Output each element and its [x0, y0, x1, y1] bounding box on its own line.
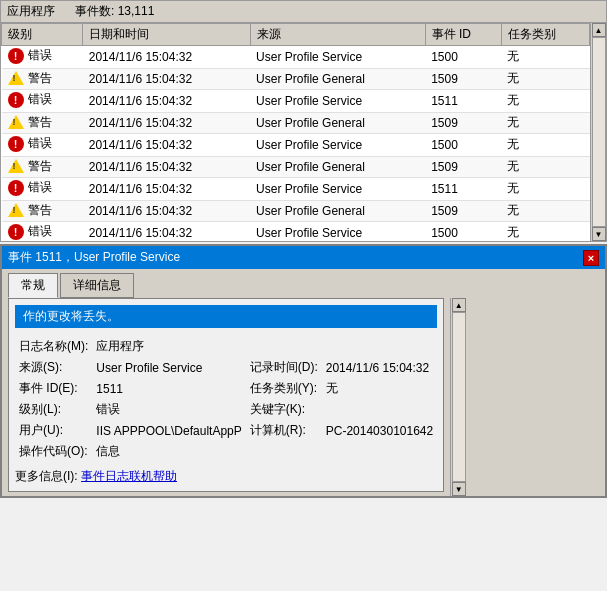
computer-value: PC-2014030101642: [322, 420, 437, 441]
keyword-label: 关键字(K):: [246, 399, 322, 420]
table-row[interactable]: 错误2014/11/6 15:04:32User Profile Service…: [2, 90, 590, 113]
source-value: User Profile Service: [92, 357, 245, 378]
cell-level: 警告: [2, 200, 83, 222]
dialog-tabs: 常规 详细信息: [2, 269, 605, 298]
cell-level: 警告: [2, 112, 83, 134]
col-level[interactable]: 级别: [2, 24, 83, 46]
table-row[interactable]: 错误2014/11/6 15:04:32User Profile Service…: [2, 178, 590, 201]
scroll-up-arrow[interactable]: ▲: [592, 23, 606, 37]
log-name-value: 应用程序: [92, 336, 245, 357]
cell-source: User Profile General: [250, 68, 425, 90]
more-info-row: 更多信息(I): 事件日志联机帮助: [15, 468, 437, 485]
cell-level: 错误: [2, 90, 83, 113]
log-name-label: 日志名称(M):: [15, 336, 92, 357]
cell-event-id: 1509: [425, 200, 501, 222]
warning-icon: [8, 71, 24, 85]
detail-form: 日志名称(M): 应用程序 来源(S): User Profile Servic…: [15, 336, 437, 462]
cell-source: User Profile Service: [250, 46, 425, 69]
scroll-down-arrow[interactable]: ▼: [592, 227, 606, 241]
level-text: 警告: [28, 202, 52, 219]
cell-event-id: 1500: [425, 134, 501, 157]
more-info-link[interactable]: 事件日志联机帮助: [81, 469, 177, 483]
error-icon: [8, 48, 24, 64]
cell-source: User Profile Service: [250, 178, 425, 201]
cell-datetime: 2014/11/6 15:04:32: [83, 134, 250, 157]
col-eventid[interactable]: 事件 ID: [425, 24, 501, 46]
table-row[interactable]: 警告2014/11/6 15:04:32User Profile General…: [2, 156, 590, 178]
warning-banner: 作的更改将丢失。: [15, 305, 437, 328]
dialog-title: 事件 1511，User Profile Service: [8, 249, 180, 266]
cell-task: 无: [501, 68, 589, 90]
cell-task: 无: [501, 156, 589, 178]
dialog-close-button[interactable]: ×: [583, 250, 599, 266]
cell-task: 无: [501, 90, 589, 113]
table-row[interactable]: 错误2014/11/6 15:04:32User Profile Service…: [2, 134, 590, 157]
keyword-value: [322, 399, 437, 420]
cell-level: 错误: [2, 46, 83, 69]
cell-datetime: 2014/11/6 15:04:32: [83, 200, 250, 222]
task-value: 无: [322, 378, 437, 399]
tab-detail[interactable]: 详细信息: [60, 273, 134, 298]
level-text: 错误: [28, 135, 52, 152]
event-id-value: 1511: [92, 378, 245, 399]
cell-event-id: 1500: [425, 222, 501, 242]
table-row[interactable]: 错误2014/11/6 15:04:32User Profile Service…: [2, 46, 590, 69]
cell-source: User Profile Service: [250, 134, 425, 157]
event-table-wrapper: 级别 日期和时间 来源 事件 ID 任务类别 错误2014/11/6 15:04…: [1, 23, 606, 241]
more-info-label: 更多信息(I):: [15, 469, 78, 483]
col-datetime[interactable]: 日期和时间: [83, 24, 250, 46]
warning-icon: [8, 115, 24, 129]
level-text: 警告: [28, 114, 52, 131]
col-source[interactable]: 来源: [250, 24, 425, 46]
table-row[interactable]: 错误2014/11/6 15:04:32User Profile Service…: [2, 222, 590, 242]
dialog-content-wrapper: 作的更改将丢失。 日志名称(M): 应用程序 来源(S):: [2, 298, 605, 496]
user-value: IIS APPPOOL\DefaultAppP: [92, 420, 245, 441]
table-scrollbar[interactable]: ▲ ▼: [590, 23, 606, 241]
dialog-scroll-track[interactable]: [452, 312, 466, 482]
app-title: 应用程序: [7, 3, 55, 20]
cell-source: User Profile Service: [250, 90, 425, 113]
level-text: 错误: [28, 179, 52, 196]
dialog-content: 作的更改将丢失。 日志名称(M): 应用程序 来源(S):: [8, 298, 444, 492]
warning-icon: [8, 203, 24, 217]
cell-datetime: 2014/11/6 15:04:32: [83, 68, 250, 90]
tab-general[interactable]: 常规: [8, 273, 58, 298]
error-icon: [8, 92, 24, 108]
dialog-scroll-down[interactable]: ▼: [452, 482, 466, 496]
cell-event-id: 1509: [425, 68, 501, 90]
dialog-scroll-up[interactable]: ▲: [452, 298, 466, 312]
cell-task: 无: [501, 134, 589, 157]
cell-task: 无: [501, 200, 589, 222]
opcode-label: 操作代码(O):: [15, 441, 92, 462]
cell-event-id: 1500: [425, 46, 501, 69]
level-label: 级别(L):: [15, 399, 92, 420]
cell-task: 无: [501, 178, 589, 201]
col-task[interactable]: 任务类别: [501, 24, 589, 46]
cell-source: User Profile Service: [250, 222, 425, 242]
cell-level: 错误: [2, 134, 83, 157]
scroll-track[interactable]: [592, 37, 606, 227]
table-row[interactable]: 警告2014/11/6 15:04:32User Profile General…: [2, 200, 590, 222]
cell-event-id: 1509: [425, 112, 501, 134]
dialog-scrollbar[interactable]: ▲ ▼: [450, 298, 466, 496]
level-text: 错误: [28, 91, 52, 108]
cell-level: 警告: [2, 156, 83, 178]
error-icon: [8, 136, 24, 152]
table-row[interactable]: 警告2014/11/6 15:04:32User Profile General…: [2, 112, 590, 134]
event-log-panel: 应用程序 事件数: 13,111 级别 日期和时间 来源 事件 ID 任务类别: [0, 0, 607, 242]
record-time-label: 记录时间(D):: [246, 357, 322, 378]
level-text: 错误: [28, 223, 52, 240]
level-text: 错误: [28, 47, 52, 64]
cell-source: User Profile General: [250, 156, 425, 178]
event-id-label: 事件 ID(E):: [15, 378, 92, 399]
event-table: 级别 日期和时间 来源 事件 ID 任务类别 错误2014/11/6 15:04…: [1, 23, 590, 241]
cell-datetime: 2014/11/6 15:04:32: [83, 112, 250, 134]
computer-label: 计算机(R):: [246, 420, 322, 441]
cell-level: 错误: [2, 222, 83, 242]
table-row[interactable]: 警告2014/11/6 15:04:32User Profile General…: [2, 68, 590, 90]
cell-datetime: 2014/11/6 15:04:32: [83, 222, 250, 242]
level-value: 错误: [92, 399, 245, 420]
error-icon: [8, 224, 24, 240]
task-label: 任务类别(Y):: [246, 378, 322, 399]
source-label: 来源(S):: [15, 357, 92, 378]
